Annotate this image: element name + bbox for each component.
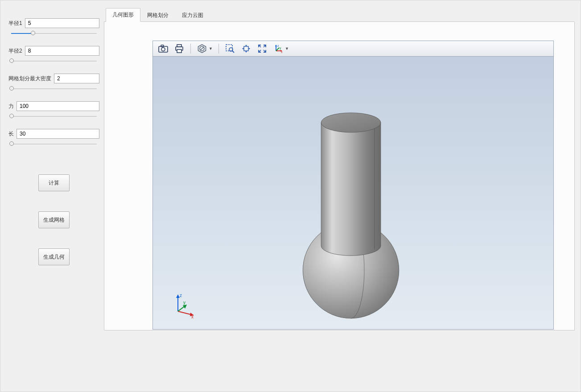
tab-content: ▼ [104, 21, 575, 330]
radius1-slider[interactable] [8, 29, 99, 37]
svg-text:z: z [277, 44, 279, 47]
param-label: 长 [8, 130, 14, 138]
viewport-toolbar: ▼ [152, 41, 554, 57]
block-icon[interactable] [194, 42, 210, 55]
param-radius2: 半径2 [8, 46, 99, 56]
zoom-window-icon[interactable] [223, 42, 238, 55]
svg-rect-5 [177, 50, 181, 53]
svg-text:x: x [191, 314, 194, 318]
toolbar-separator [218, 44, 219, 54]
svg-line-24 [178, 311, 192, 315]
main-area: 几何图形 网格划分 应力云图 ▼ [104, 0, 581, 392]
axes-toolbar-icon[interactable]: z y x [271, 42, 286, 55]
tab-geometry[interactable]: 几何图形 [106, 8, 140, 22]
chevron-down-icon[interactable]: ▼ [209, 46, 213, 51]
svg-point-21 [321, 113, 381, 132]
svg-point-1 [161, 48, 165, 51]
svg-text:z: z [180, 293, 182, 298]
tabstrip: 几何图形 网格划分 应力云图 [104, 9, 581, 21]
radius2-slider[interactable] [8, 57, 99, 65]
svg-rect-4 [177, 45, 181, 47]
length-input[interactable] [16, 129, 99, 139]
svg-rect-12 [244, 46, 248, 51]
param-label: 半径1 [8, 20, 22, 27]
param-force: 力 [8, 101, 99, 111]
param-length: 长 [8, 129, 99, 139]
param-label: 半径2 [8, 47, 22, 55]
svg-rect-2 [161, 45, 164, 47]
param-density: 网格划分最大密度 [8, 74, 99, 83]
camera-icon[interactable] [156, 42, 171, 55]
axes-triad: z x y [170, 292, 197, 318]
geometry-render [153, 57, 553, 329]
svg-line-11 [232, 51, 234, 53]
svg-line-8 [200, 47, 204, 50]
svg-line-15 [276, 48, 279, 51]
density-slider[interactable] [8, 84, 99, 92]
print-icon[interactable] [172, 42, 187, 55]
fit-icon[interactable] [255, 42, 270, 55]
sidebar: 半径1 半径2 网格划分最大密度 力 [0, 0, 104, 392]
svg-text:y: y [183, 300, 185, 305]
3d-viewport[interactable]: z x y [152, 57, 554, 330]
pan-icon[interactable] [239, 42, 254, 55]
generate-mesh-button[interactable]: 生成网格 [38, 211, 70, 228]
density-input[interactable] [54, 74, 99, 83]
force-slider[interactable] [8, 112, 99, 120]
viewport-wrap: ▼ [152, 41, 554, 330]
app-window: 半径1 半径2 网格划分最大密度 力 [0, 0, 581, 392]
toolbar-separator [190, 44, 191, 54]
param-label: 网格划分最大密度 [8, 75, 51, 83]
svg-text:x: x [281, 50, 283, 54]
svg-text:y: y [280, 46, 281, 50]
radius1-input[interactable] [25, 18, 99, 28]
radius2-input[interactable] [25, 46, 99, 56]
param-radius1: 半径1 [8, 18, 99, 28]
tab-mesh[interactable]: 网格划分 [140, 8, 175, 22]
chevron-down-icon[interactable]: ▼ [285, 46, 289, 51]
tab-stress[interactable]: 应力云图 [175, 8, 210, 22]
force-input[interactable] [16, 101, 99, 111]
compute-button[interactable]: 计算 [38, 174, 70, 191]
param-label: 力 [8, 103, 14, 110]
length-slider[interactable] [8, 140, 99, 148]
generate-geometry-button[interactable]: 生成几何 [38, 248, 70, 265]
button-column: 计算 生成网格 生成几何 [8, 174, 99, 265]
